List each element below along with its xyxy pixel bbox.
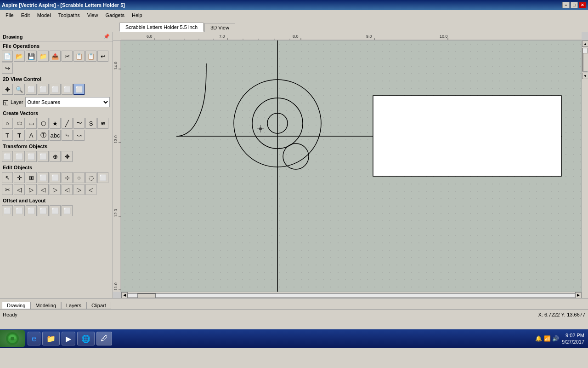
draw-circle-btn[interactable]: ○ xyxy=(2,118,13,129)
menu-model[interactable]: Model xyxy=(34,12,55,19)
draw-spiro-btn[interactable]: S xyxy=(85,118,96,129)
pan-btn[interactable]: ✥ xyxy=(2,84,13,95)
rotate-btn[interactable]: ⬜ xyxy=(26,151,37,162)
zoom-sel-btn[interactable]: ⬜ xyxy=(38,84,49,95)
bottom-tab-clipart[interactable]: Clipart xyxy=(86,302,111,309)
node-edit-btn[interactable]: ⤷ xyxy=(62,130,73,141)
scroll-down-btn[interactable]: ▼ xyxy=(582,73,588,79)
text-arc-btn[interactable]: A xyxy=(26,130,37,141)
scroll-right-btn[interactable]: ▶ xyxy=(575,292,582,299)
view-2d-btn[interactable]: ⬜ xyxy=(74,84,85,95)
trim-btn[interactable]: ⬜ xyxy=(38,172,49,183)
menu-edit[interactable]: Edit xyxy=(17,12,34,19)
bottom-tab-modeling[interactable]: Modeling xyxy=(30,302,61,309)
menu-toolpaths[interactable]: Toolpaths xyxy=(55,12,84,19)
scroll-up-btn[interactable]: ▲ xyxy=(582,40,588,47)
paste-btn[interactable]: 📋 xyxy=(85,51,96,62)
close-vec-btn[interactable]: ◌ xyxy=(85,172,96,183)
mirror-btn[interactable]: ⬜ xyxy=(38,151,49,162)
layout3-btn[interactable]: ⬜ xyxy=(38,205,49,216)
node1-btn[interactable]: ◁ xyxy=(14,184,25,195)
menu-file[interactable]: File xyxy=(2,12,17,19)
start-button[interactable] xyxy=(0,330,25,347)
minimize-button[interactable]: − xyxy=(562,2,570,8)
menu-bar: File Edit Model Toolpaths View Gadgets H… xyxy=(0,10,588,20)
zoom-fit-btn[interactable]: ⬜ xyxy=(62,84,73,95)
bottom-tab-layers[interactable]: Layers xyxy=(61,302,86,309)
taskbar-explorer[interactable]: 📁 xyxy=(42,332,60,345)
node2-btn[interactable]: ▷ xyxy=(26,184,37,195)
scale-btn[interactable]: ⬜ xyxy=(14,151,25,162)
layout2-btn[interactable]: ⬜ xyxy=(26,205,37,216)
text-abc-btn[interactable]: abc xyxy=(50,130,61,141)
select-add-btn[interactable]: ✛ xyxy=(14,172,25,183)
draw-curve-btn[interactable]: 〜 xyxy=(74,118,85,129)
taskbar-ie[interactable]: e xyxy=(28,332,40,345)
open-file-btn[interactable]: 📂 xyxy=(14,51,25,62)
save-as-btn[interactable]: 📁 xyxy=(38,51,49,62)
scroll-thumb-v[interactable] xyxy=(583,53,588,71)
draw-line-btn[interactable]: ╱ xyxy=(62,118,73,129)
smart-smooth-btn[interactable]: ⤻ xyxy=(74,130,85,141)
zoom-btn[interactable]: 🔍 xyxy=(14,84,25,95)
reverse-btn[interactable]: ⬜ xyxy=(97,172,108,183)
node3-btn[interactable]: ◁ xyxy=(38,184,49,195)
array-btn[interactable]: ⬜ xyxy=(62,205,73,216)
layout1-btn[interactable]: ⬜ xyxy=(14,205,25,216)
new-file-btn[interactable]: 📄 xyxy=(2,51,13,62)
tab-drawing[interactable]: Scrabble Letters Holder 5.5 inch xyxy=(119,23,204,32)
draw-ellipse-btn[interactable]: ⬭ xyxy=(14,118,25,129)
taskbar-media[interactable]: ▶ xyxy=(62,332,75,345)
scroll-thumb-h[interactable] xyxy=(137,293,156,298)
zoom-all-btn[interactable]: ⬜ xyxy=(26,84,37,95)
draw-freehand-btn[interactable]: ≋ xyxy=(97,118,108,129)
select-btn[interactable]: ↖ xyxy=(2,172,13,183)
weld-btn[interactable]: ⬜ xyxy=(50,172,61,183)
scroll-track-h[interactable] xyxy=(128,293,575,298)
export-btn[interactable]: 📤 xyxy=(50,51,61,62)
create-vectors-tools: ○ ⬭ ▭ ⬡ ★ ╱ 〜 S ≋ T T A Ⓣ abc ⤷ ⤻ xyxy=(0,117,113,142)
menu-help[interactable]: Help xyxy=(128,12,146,19)
cut-btn[interactable]: ✂ xyxy=(62,51,73,62)
menu-view[interactable]: View xyxy=(84,12,102,19)
node4-btn[interactable]: ▷ xyxy=(50,184,61,195)
draw-rect-btn[interactable]: ▭ xyxy=(26,118,37,129)
scroll-track-v[interactable] xyxy=(582,48,588,72)
align-btn[interactable]: ⊕ xyxy=(50,151,61,162)
select-box-btn[interactable]: ⊞ xyxy=(26,172,37,183)
undo-btn[interactable]: ↩ xyxy=(97,51,108,62)
zoom-box-btn[interactable]: ⬜ xyxy=(50,84,61,95)
group-btn[interactable]: ✥ xyxy=(62,151,73,162)
draw-star-btn[interactable]: ★ xyxy=(50,118,61,129)
draw-polygon-btn[interactable]: ⬡ xyxy=(38,118,49,129)
text-tool-btn[interactable]: T xyxy=(2,130,13,141)
text-bold-btn[interactable]: T xyxy=(14,130,25,141)
save-btn[interactable]: 💾 xyxy=(26,51,37,62)
knife-btn[interactable]: ✂ xyxy=(2,184,13,195)
canvas-area[interactable]: 6.0 7.0 8.0 9.0 10.0 xyxy=(113,32,588,298)
status-bar: Ready X: 6.7222 Y: 13.6677 xyxy=(0,309,588,319)
node7-btn[interactable]: ◁ xyxy=(85,184,96,195)
join-btn[interactable]: ○ xyxy=(74,172,85,183)
close-button[interactable]: ✕ xyxy=(579,2,586,8)
maximize-button[interactable]: □ xyxy=(571,2,578,8)
text-on-vec-btn[interactable]: Ⓣ xyxy=(38,130,49,141)
fillet-btn[interactable]: ⊹ xyxy=(62,172,73,183)
copy-btn[interactable]: 📋 xyxy=(74,51,85,62)
taskbar-chrome[interactable]: 🌐 xyxy=(77,332,95,345)
node6-btn[interactable]: ▷ xyxy=(74,184,85,195)
node5-btn[interactable]: ◁ xyxy=(62,184,73,195)
offset-btn[interactable]: ⬜ xyxy=(2,205,13,216)
menu-gadgets[interactable]: Gadgets xyxy=(102,12,128,19)
move-btn[interactable]: ⬜ xyxy=(2,151,13,162)
redo-btn[interactable]: ↪ xyxy=(2,63,13,74)
panel-pin[interactable]: 📌 xyxy=(103,34,110,40)
file-operations-tools: 📄 📂 💾 📁 📤 ✂ 📋 📋 ↩ ↪ xyxy=(0,50,113,75)
file-operations-title: File Operations xyxy=(0,41,113,50)
layer-select[interactable]: Outer Squares Layer 1 Layer 2 xyxy=(25,97,110,107)
nest-btn[interactable]: ⬜ xyxy=(50,205,61,216)
tab-3d-view[interactable]: 3D View xyxy=(204,23,235,32)
bottom-tab-drawing[interactable]: Drawing xyxy=(2,302,30,309)
scroll-left-btn[interactable]: ◀ xyxy=(121,292,128,299)
taskbar-aspire[interactable]: 🖊 xyxy=(96,332,112,345)
